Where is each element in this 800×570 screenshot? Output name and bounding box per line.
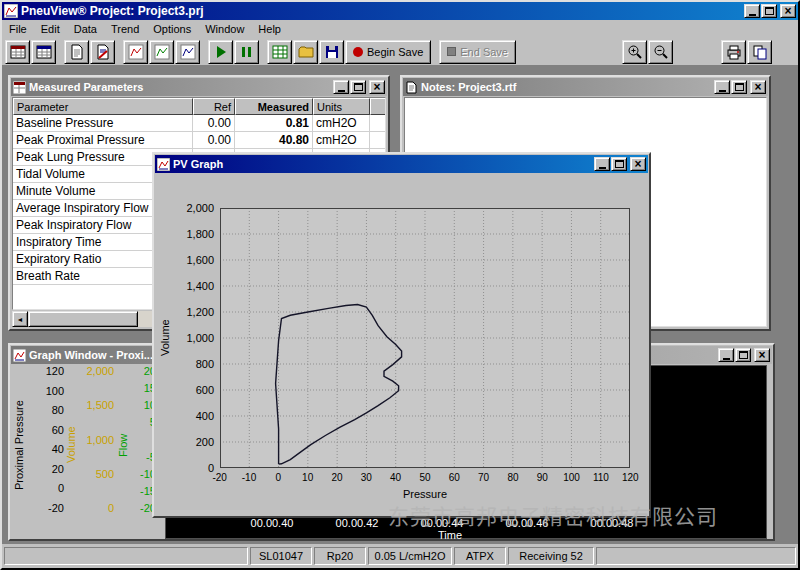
y-tick-label: 1,200 xyxy=(168,306,214,318)
notes-window-button[interactable] xyxy=(64,40,89,64)
end-save-label: End Save xyxy=(460,46,508,58)
minimize-icon xyxy=(749,14,756,16)
x-tick-label: 10 xyxy=(293,472,322,483)
x-tick-label: 100 xyxy=(557,472,586,483)
fv-curve-icon xyxy=(154,44,170,60)
minimize-button[interactable] xyxy=(714,80,730,94)
x-tick-label: 30 xyxy=(352,472,381,483)
menu-window[interactable]: Window xyxy=(198,21,251,37)
tick-label: 60 xyxy=(28,425,64,436)
measured-parameters-button[interactable] xyxy=(5,40,30,64)
table-row[interactable]: Peak Proximal Pressure0.0040.80cmH2O xyxy=(13,132,385,149)
close-button[interactable]: × xyxy=(630,157,646,171)
pv-curve-icon xyxy=(128,44,144,60)
menu-options[interactable]: Options xyxy=(146,21,198,37)
document-icon xyxy=(69,44,85,60)
minimize-button[interactable] xyxy=(744,4,760,18)
column-header-ref[interactable]: Ref xyxy=(193,98,235,115)
tick-label: 0 xyxy=(28,483,64,494)
fv-graph-button[interactable] xyxy=(149,40,174,64)
minimize-button[interactable] xyxy=(594,157,610,171)
zoom-out-icon xyxy=(653,44,669,60)
begin-save-button[interactable]: Begin Save xyxy=(345,40,431,64)
close-button[interactable]: × xyxy=(750,80,766,94)
report-button[interactable] xyxy=(90,40,115,64)
menu-data[interactable]: Data xyxy=(67,21,104,37)
close-button[interactable]: × xyxy=(369,80,385,94)
zoom-out-button[interactable] xyxy=(648,40,673,64)
menu-edit[interactable]: Edit xyxy=(34,21,67,37)
tick-label: 100 xyxy=(28,386,64,397)
tick-label: 1,000 xyxy=(80,435,114,446)
x-axis-label: Pressure xyxy=(220,488,630,500)
data-grid-button[interactable] xyxy=(267,40,292,64)
minimize-icon xyxy=(599,167,606,169)
tick-label: 1,500 xyxy=(80,400,114,411)
x-tick-label: 50 xyxy=(410,472,439,483)
notes-titlebar[interactable]: Notes: Project3.rtf × xyxy=(403,78,768,96)
x-tick-label: -20 xyxy=(205,472,234,483)
scrollbar-thumb[interactable] xyxy=(28,311,138,327)
table-cell: 0.00 xyxy=(193,115,235,132)
close-button[interactable]: × xyxy=(780,4,796,18)
y-tick-label: 1,600 xyxy=(168,254,214,266)
time-tick-label: 00.00.42 xyxy=(336,517,379,529)
x-tick-label: 80 xyxy=(498,472,527,483)
print-button[interactable] xyxy=(721,40,746,64)
play-icon xyxy=(213,44,229,60)
table-cell: 40.80 xyxy=(235,132,313,149)
close-icon: × xyxy=(634,159,641,169)
x-tick-label: 60 xyxy=(440,472,469,483)
table-header-row: Parameter Ref Measured Units xyxy=(13,98,385,115)
table-cell: cmH2O xyxy=(313,115,370,132)
tick-label: 2,000 xyxy=(80,366,114,377)
pv-graph-window: PV Graph × Volume 2,0001,8001,6001,4001,… xyxy=(152,152,651,518)
maximize-icon xyxy=(354,83,363,91)
maximize-button[interactable] xyxy=(761,4,777,18)
minimize-button[interactable] xyxy=(333,80,349,94)
vv-curve-icon xyxy=(180,44,196,60)
x-tick-label: 0 xyxy=(264,472,293,483)
pv-graph-titlebar[interactable]: PV Graph × xyxy=(155,155,648,173)
app-icon xyxy=(4,4,18,18)
close-icon: × xyxy=(784,6,791,16)
start-button[interactable] xyxy=(208,40,233,64)
export-button[interactable] xyxy=(747,40,772,64)
maximize-icon xyxy=(765,7,774,15)
menu-help[interactable]: Help xyxy=(251,21,288,37)
zoom-in-button[interactable] xyxy=(622,40,647,64)
tick-label: 120 xyxy=(28,366,64,377)
tick-label: 40 xyxy=(28,444,64,455)
x-tick-label: 20 xyxy=(322,472,351,483)
vv-graph-button[interactable] xyxy=(175,40,200,64)
pv-graph-button[interactable] xyxy=(123,40,148,64)
pause-button[interactable] xyxy=(234,40,259,64)
x-tick-label: 120 xyxy=(616,472,645,483)
axis-label-2: Flow xyxy=(116,373,130,517)
maximize-button[interactable] xyxy=(731,80,747,94)
document-pen-icon xyxy=(95,44,111,60)
column-header-measured[interactable]: Measured xyxy=(235,98,313,115)
scroll-left-button[interactable]: ◄ xyxy=(12,311,28,327)
column-header-units[interactable]: Units xyxy=(313,98,370,115)
column-header-parameter[interactable]: Parameter xyxy=(13,98,193,115)
status-panel-serial: SL01047 xyxy=(250,547,312,565)
data-window-button[interactable] xyxy=(31,40,56,64)
axis-ticks-1: 2,0001,5001,0005000 xyxy=(80,366,114,514)
measured-parameters-titlebar[interactable]: Measured Parameters × xyxy=(11,78,387,96)
save-file-button[interactable] xyxy=(319,40,344,64)
menu-trend[interactable]: Trend xyxy=(104,21,146,37)
end-save-button[interactable]: End Save xyxy=(439,40,516,64)
maximize-button[interactable] xyxy=(611,157,627,171)
time-tick-label: 00.00.40 xyxy=(251,517,294,529)
pv-graph-title: PV Graph xyxy=(173,158,223,170)
mdi-area: Measured Parameters × Parameter Ref Meas… xyxy=(2,66,798,544)
window-titlebar[interactable]: PneuView® Project: Project3.prj × xyxy=(2,2,798,20)
zoom-in-icon xyxy=(627,44,643,60)
maximize-icon xyxy=(615,160,624,168)
open-file-button[interactable] xyxy=(293,40,318,64)
menu-file[interactable]: File xyxy=(2,21,34,37)
maximize-button[interactable] xyxy=(350,80,366,94)
printer-icon xyxy=(726,44,742,60)
table-row[interactable]: Baseline Pressure0.000.81cmH2O xyxy=(13,115,385,132)
